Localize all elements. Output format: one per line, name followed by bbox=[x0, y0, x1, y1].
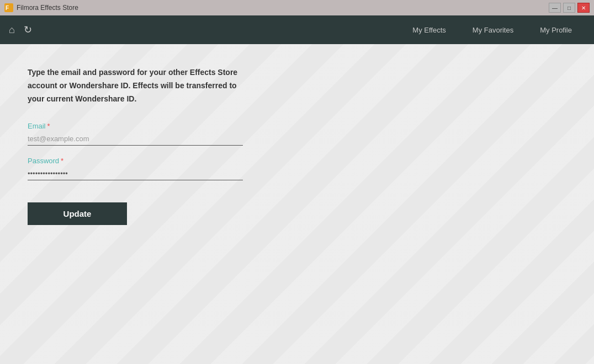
description-text: Type the email and password for your oth… bbox=[28, 66, 248, 105]
nav-bar: ⌂ ↻ My Effects My Favorites My Profile bbox=[0, 15, 594, 44]
nav-left: ⌂ ↻ bbox=[9, 24, 32, 36]
update-button[interactable]: Update bbox=[28, 202, 127, 225]
password-label: Password* bbox=[28, 157, 243, 165]
nav-my-favorites[interactable]: My Favorites bbox=[459, 15, 527, 44]
maximize-button[interactable]: □ bbox=[563, 3, 575, 13]
close-button[interactable]: ✕ bbox=[577, 3, 590, 13]
email-label: Email* bbox=[28, 122, 243, 130]
password-form-group: Password* bbox=[28, 157, 243, 180]
content-inner: Type the email and password for your oth… bbox=[0, 44, 594, 247]
app-icon: F bbox=[4, 3, 13, 12]
title-bar: F Filmora Effects Store — □ ✕ bbox=[0, 0, 594, 15]
window-title: Filmora Effects Store bbox=[17, 4, 78, 12]
main-content: Type the email and password for your oth… bbox=[0, 44, 594, 364]
email-input[interactable] bbox=[28, 132, 243, 146]
window-controls: — □ ✕ bbox=[549, 3, 590, 13]
email-form-group: Email* bbox=[28, 122, 243, 146]
title-bar-left: F Filmora Effects Store bbox=[4, 3, 78, 12]
nav-right: My Effects My Favorites My Profile bbox=[399, 15, 585, 44]
home-icon[interactable]: ⌂ bbox=[9, 24, 15, 36]
refresh-icon[interactable]: ↻ bbox=[24, 24, 32, 36]
nav-my-effects[interactable]: My Effects bbox=[399, 15, 459, 44]
minimize-button[interactable]: — bbox=[549, 3, 561, 13]
nav-my-profile[interactable]: My Profile bbox=[527, 15, 585, 44]
password-input[interactable] bbox=[28, 167, 243, 180]
svg-text:F: F bbox=[6, 5, 9, 11]
